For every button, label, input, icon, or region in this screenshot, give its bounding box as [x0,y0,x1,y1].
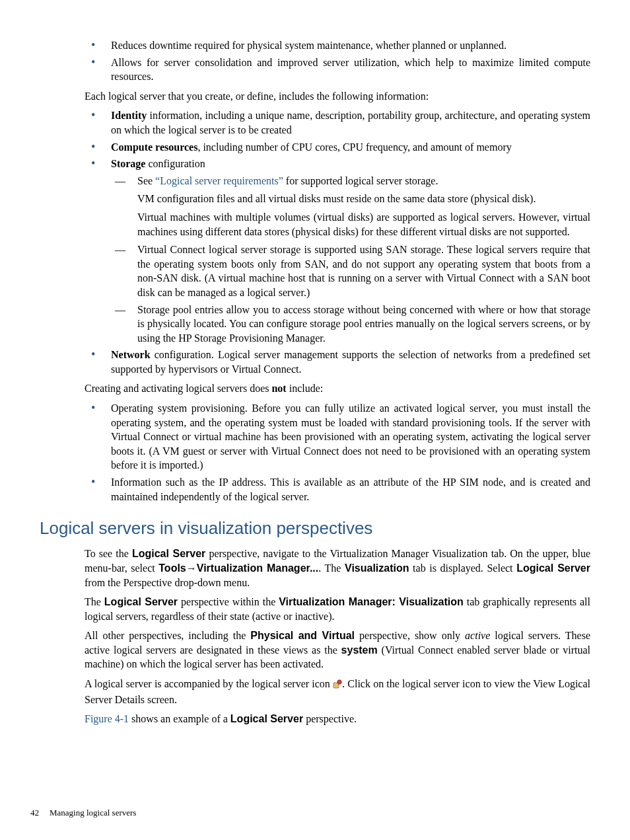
bold-not: not [271,383,286,394]
text: The [85,596,104,607]
bullet-identity: Identity information, including a unique… [85,108,590,137]
paragraph: Creating and activating logical servers … [85,381,590,396]
text: tab is displayed. Select [409,562,517,574]
sub-paragraph: VM configuration files and all virtual d… [137,192,590,206]
bold: Visualization [345,562,409,574]
paragraph: A logical server is accompanied by the l… [85,677,590,706]
bold: Tools [158,562,186,574]
bullet-item: Allows for server consolidation and impr… [85,56,590,84]
paragraph: Figure 4-1 shows an example of a Logical… [85,712,590,726]
text: , including number of CPU cores, CPU fre… [197,141,511,153]
text: Creating and activating logical servers … [85,383,271,394]
text: perspective within the [178,596,279,607]
label-storage: Storage [111,158,145,169]
text: All other perspectives, including the [85,630,250,641]
dash-item: Virtual Connect logical server storage i… [111,243,590,299]
bullet-item: Reduces downtime required for physical s… [85,38,590,53]
text: A logical server is accompanied by the l… [85,678,333,689]
text: from the Perspective drop-down menu. [85,577,250,588]
arrow: → [186,562,197,574]
storage-dashes: See “Logical server requirements” for su… [111,174,590,346]
text: information, including a unique name, de… [111,110,590,135]
link-figure-4-1[interactable]: Figure 4-1 [85,713,129,724]
definition-bullets: Identity information, including a unique… [85,108,590,376]
dash-item: See “Logical server requirements” for su… [111,174,590,239]
text: for supported logical server storage. [283,175,438,186]
bullet-compute: Compute resources, including number of C… [85,140,590,155]
text: configuration. Logical server management… [111,349,590,375]
text: See [137,175,155,186]
text: perspective. [303,713,357,724]
bold: Logical Server [230,713,303,724]
label-identity: Identity [111,110,147,121]
text: shows an example of a [129,713,230,724]
text: perspective, show only [355,630,465,641]
page-content: Reduces downtime required for physical s… [85,38,590,726]
paragraph: All other perspectives, including the Ph… [85,629,590,671]
dash-item: Storage pool entries allow you to access… [111,303,590,346]
bold: Logical Server [132,548,205,559]
bold: Physical and Virtual [250,630,355,641]
link-logical-server-requirements[interactable]: “Logical server requirements” [155,175,283,186]
not-include-bullets: Operating system provisioning. Before yo… [85,401,590,504]
svg-point-1 [337,680,341,684]
bullet-network: Network configuration. Logical server ma… [85,348,590,376]
bullet-storage: Storage configuration See “Logical serve… [85,157,590,345]
sub-paragraph: Virtual machines with multiple volumes (… [137,210,590,239]
bold: Logical Server [516,562,590,574]
paragraph: To see the Logical Server perspective, n… [85,547,590,590]
text: To see the [85,548,132,559]
logical-server-icon [333,678,342,693]
text: configuration [145,158,205,169]
bold: system [341,644,378,656]
intro-bullets: Reduces downtime required for physical s… [85,38,590,84]
label-compute: Compute resources [111,141,197,153]
label-network: Network [111,349,151,360]
paragraph: The Logical Server perspective within th… [85,595,590,623]
bold: Virtualization Manager: Visualization [279,596,464,607]
text: include: [287,383,324,394]
italic: active [465,630,490,641]
section-heading: Logical servers in visualization perspec… [40,517,590,540]
bold: Logical Server [104,596,178,607]
paragraph: Each logical server that you create, or … [85,89,590,104]
bold: Virtualization Manager... [197,562,318,574]
text: . The [318,562,345,574]
bullet-item: Operating system provisioning. Before yo… [85,401,590,473]
bullet-item: Information such as the IP address. This… [85,475,590,504]
